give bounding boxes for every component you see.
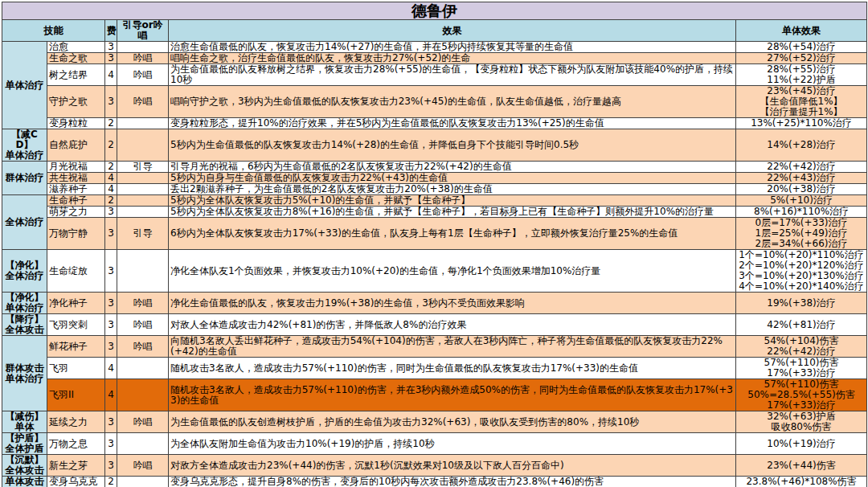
channel-cell-empty-diagonal <box>117 207 169 218</box>
column-header-cost: 费 <box>105 20 117 42</box>
skill-name-cell: 生命种子 <box>47 195 105 207</box>
single-effect-cell: 14%(+28)治疗 <box>736 129 867 162</box>
skill-name-cell: 自然庇护 <box>47 129 105 162</box>
skill-name-cell: 万物宁静 <box>47 218 105 250</box>
skill-row: 单体攻击变身乌克克2变身乌克克形态，提升自身8%的伤害，变身后的10秒内每次攻击… <box>2 477 867 487</box>
single-effect-cell: 22%(+43)治疗 <box>736 173 867 184</box>
skill-group-cell: 群体攻击 单体治疗 <box>2 336 47 411</box>
cost-cell: 3 <box>105 250 117 293</box>
channel-cell: 吟唱 <box>117 314 169 336</box>
channel-cell: 吟唱 <box>117 411 169 433</box>
single-effect-cell: 1个=10%(+20)*110%治疗 2个=10%(+20)*120%治疗 3个… <box>736 250 867 293</box>
channel-cell-empty-diagonal <box>117 195 169 207</box>
single-effect-cell: 10%(+19)治疗 <box>736 433 867 455</box>
channel-cell: 吟唱 <box>117 336 169 358</box>
channel-cell-empty-diagonal <box>117 118 169 129</box>
cost-cell: 4 <box>105 173 117 184</box>
druid-skill-sheet: 德鲁伊 技能 费 引导or吟唱 效果 单体效果 单体治疗治愈3治愈生命值最低的队… <box>2 2 866 487</box>
cost-cell: 2 <box>105 129 117 162</box>
channel-cell-empty-diagonal <box>117 379 169 411</box>
single-effect-cell: 20%(+38)治疗 <box>736 184 867 195</box>
skill-name-cell: 延续之力 <box>47 411 105 433</box>
effect-cell: 6秒内为全体队友恢复攻击力17%(+33)的生命值，队友身上每有1层【生命种子】… <box>169 218 736 250</box>
single-effect-cell: 28%(+55)治疗 11%(+22)护盾 <box>736 64 867 86</box>
skill-row: 树之结界4吟唱为生命值最低的队友释放树之结界，恢复攻击力28%(+55)的生命值… <box>2 64 867 86</box>
skill-row: 变身粒粒2变身粒粒形态，提升10%的治疗效果，并在5秒内为生命值最低的队友恢复攻… <box>2 118 867 129</box>
skill-row: 萌芽之力35秒内为全体队友恢复攻击力8%(+16)的生命值，并赋予【生命种子】，… <box>2 207 867 218</box>
cost-cell: 3 <box>105 86 117 118</box>
cost-cell: 4 <box>105 379 117 411</box>
skill-group-cell: 【护盾】 全体护盾 <box>2 433 47 455</box>
skill-row: 飞羽II4随机攻击3名敌人，造成攻击力57%(+110)的伤害，并在3秒内额外造… <box>2 379 867 411</box>
header-row: 技能 费 引导or吟唱 效果 单体效果 <box>2 20 867 42</box>
skill-row: 飞羽4随机攻击3名敌人，造成攻击力57%(+110)的伤害，同时为生命值最低的队… <box>2 358 867 379</box>
channel-cell: 吟唱 <box>117 455 169 477</box>
effect-cell: 对敌人全体造成攻击力42%(+81)的伤害，并降低敌人8%的治疗效果 <box>169 314 736 336</box>
skill-row: 【减伤】 单体延续之力3吟唱为生命值最低的队友创造树枝护盾，护盾的生命值为攻击力… <box>2 411 867 433</box>
skill-row: 全体治疗生命种子25秒内为全体队友恢复攻击力5%(+10)的生命值，并赋予【生命… <box>2 195 867 207</box>
cost-cell: 2 <box>105 118 117 129</box>
sheet-title: 德鲁伊 <box>2 2 867 20</box>
channel-cell-empty-diagonal <box>117 184 169 195</box>
channel-cell-empty-diagonal <box>117 42 169 53</box>
effect-cell: 丢出2颗滋养种子，为生命值最低的2名队友恢复攻击力20%(+38)的生命值 <box>169 184 736 195</box>
skill-group-cell: 【减伤】 单体 <box>2 411 47 433</box>
skill-name-cell: 萌芽之力 <box>47 207 105 218</box>
skill-group-cell: 【净化】 单体治疗 <box>2 293 47 314</box>
effect-cell: 唱响生命之歌，治疗生命值最低的队友，恢复攻击力27%(+52)的生命 <box>169 53 736 64</box>
skill-name-cell: 新生之芽 <box>47 455 105 477</box>
single-effect-cell: 8%(+16)*110%治疗 <box>736 207 867 218</box>
skill-name-cell: 树之结界 <box>47 64 105 86</box>
skill-row: 【减CD】 单体治疗自然庇护25秒内为生命值最低的队友恢复攻击力14%(+28)… <box>2 129 867 162</box>
channel-cell: 引导 <box>117 162 169 173</box>
skill-group-cell: 【沉默】 全体攻击 <box>2 455 47 477</box>
skill-name-cell: 净化种子 <box>47 293 105 314</box>
cost-cell: 2 <box>105 477 117 487</box>
single-effect-cell: 5%(+10)治疗 <box>736 195 867 207</box>
skill-row: 【净化】 单体治疗净化种子3吟唱净化生命值最低的队友，恢复攻击力19%(+38)… <box>2 293 867 314</box>
skill-name-cell: 守护之歌 <box>47 86 105 118</box>
effect-cell: 唱响守护之歌，3秒内为生命值最低的队友恢复攻击力23%(+45)的生命值，队友生… <box>169 86 736 118</box>
column-header-single-effect: 单体效果 <box>736 20 867 42</box>
cost-cell: 3 <box>105 53 117 64</box>
single-effect-cell: 23%(+45)治疗 【生命值降低1%】 【治疗量提升1%】 <box>736 86 867 118</box>
cost-cell: 3 <box>105 314 117 336</box>
effect-cell: 为全体队友附加生命值为攻击力10%(+19)的护盾，持续10秒 <box>169 433 736 455</box>
single-effect-cell: 32%(+63)护盾 吸收80%伤害 <box>736 411 867 433</box>
cost-cell: 3 <box>105 293 117 314</box>
cost-cell: 3 <box>105 336 117 358</box>
cost-cell: 3 <box>105 433 117 455</box>
skill-group-cell: 单体攻击 <box>2 477 47 487</box>
effect-cell: 5秒内为生命值最低的队友恢复攻击力14%(+28)的生命值，并降低自身下个技能引… <box>169 129 736 162</box>
single-effect-cell: 23.8%(+46)*108%伤害 <box>736 477 867 487</box>
skill-group-cell: 全体治疗 <box>2 195 47 250</box>
skill-row: 共生祝福45秒内为自身与生命值最低的队友恢复攻击力22%(+43)的生命值22%… <box>2 173 867 184</box>
effect-cell: 5秒内为自身与生命值最低的队友恢复攻击力22%(+43)的生命值 <box>169 173 736 184</box>
skill-name-cell: 飞羽突刺 <box>47 314 105 336</box>
column-header-effect: 效果 <box>169 20 736 42</box>
column-header-channel: 引导or吟唱 <box>117 20 169 42</box>
single-effect-cell: 13%(+25)*110%治疗 <box>736 118 867 129</box>
channel-cell: 吟唱 <box>117 86 169 118</box>
cost-cell: 3 <box>105 411 117 433</box>
channel-cell: 吟唱 <box>117 293 169 314</box>
skill-table: 德鲁伊 技能 费 引导or吟唱 效果 单体效果 单体治疗治愈3治愈生命值最低的队… <box>2 2 867 487</box>
skill-group-cell: 群体治疗 <box>2 162 47 195</box>
skill-name-cell: 共生祝福 <box>47 173 105 184</box>
effect-cell: 引导月光的祝福，6秒内为生命值最低的2名队友恢复攻击力22%(+42)的生命值 <box>169 162 736 173</box>
single-effect-cell: 57%(+110)伤害 17%(+33)治疗 <box>736 358 867 379</box>
effect-cell: 变身粒粒形态，提升10%的治疗效果，并在5秒内为生命值最低的队友恢复攻击力13%… <box>169 118 736 129</box>
effect-cell: 随机攻击3名敌人，造成攻击力57%(+110)的伤害，并在3秒内额外造成50%的… <box>169 379 736 411</box>
channel-cell-empty-diagonal <box>117 433 169 455</box>
skill-row: 【沉默】 全体攻击新生之芽3吟唱对敌方全体造成攻击力23%(+44)的伤害，沉默… <box>2 455 867 477</box>
effect-cell: 净化全体队友1个负面效果，并恢复攻击力10%(+20)的生命值，每净化1个负面效… <box>169 250 736 293</box>
skill-row: 单体治疗治愈3治愈生命值最低的队友，恢复攻击力14%(+27)的生命值，并在5秒… <box>2 42 867 53</box>
cost-cell: 3 <box>105 455 117 477</box>
single-effect-cell: 27%(+52)治疗 <box>736 53 867 64</box>
skill-name-cell: 变身乌克克 <box>47 477 105 487</box>
cost-cell: 3 <box>105 218 117 250</box>
effect-cell: 向随机3名敌人丢出鲜花种子，造成攻击力54%(+104)的伤害，若敌人在3秒内阵… <box>169 336 736 358</box>
channel-cell-empty-diagonal <box>117 250 169 293</box>
skill-group-cell: 【净化】 全体治疗 <box>2 250 47 293</box>
single-effect-cell: 22%(+42)治疗 <box>736 162 867 173</box>
